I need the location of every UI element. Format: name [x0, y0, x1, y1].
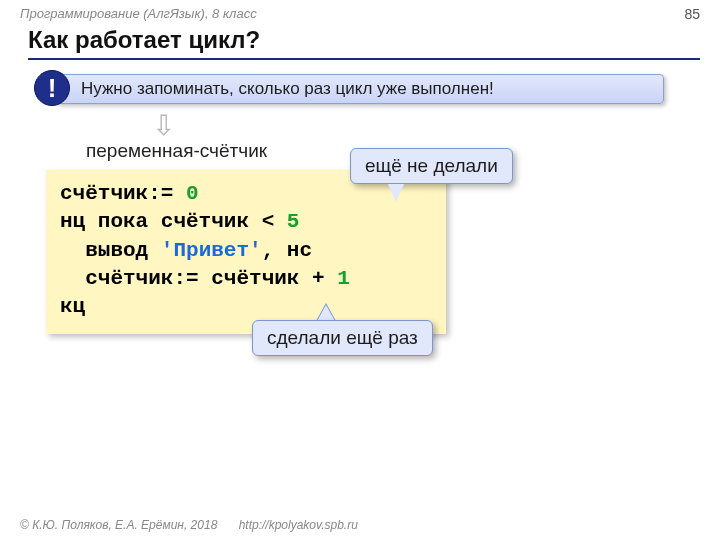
footer-url: http://kpolyakov.spb.ru [239, 518, 358, 532]
down-arrow-icon: ⇩ [152, 112, 175, 140]
course-meta: Программирование (АлгЯзык), 8 класс [20, 6, 257, 21]
footer: © К.Ю. Поляков, Е.А. Ерёмин, 2018 http:/… [20, 518, 358, 532]
code-line-2a: нц пока счётчик < [60, 210, 287, 233]
code-line-1a: счётчик:= [60, 182, 186, 205]
callout-not-done: ещё не делали [350, 148, 513, 184]
alert-badge-icon: ! [34, 70, 70, 106]
code-line-3b: , нс [262, 239, 312, 262]
page-number: 85 [684, 6, 700, 22]
footer-authors: © К.Ю. Поляков, Е.А. Ерёмин, 2018 [20, 518, 217, 532]
alert-text: Нужно запоминать, сколько раз цикл уже в… [56, 74, 664, 104]
callout-top-tip-icon [388, 184, 404, 202]
code-line-5: кц [60, 295, 85, 318]
code-line-2-num: 5 [287, 210, 300, 233]
code-line-3-str: 'Привет' [161, 239, 262, 262]
code-line-1-num: 0 [186, 182, 199, 205]
callout-bot-tip-icon [317, 305, 335, 321]
code-line-3a: вывод [60, 239, 161, 262]
counter-variable-label: переменная-счётчик [86, 140, 267, 162]
alert-row: ! Нужно запоминать, сколько раз цикл уже… [34, 72, 664, 108]
page-title: Как работает цикл? [28, 26, 700, 60]
code-line-4-num: 1 [337, 267, 350, 290]
callout-done-once-more: сделали ещё раз [252, 320, 433, 356]
code-line-4a: счётчик:= счётчик + [60, 267, 337, 290]
code-block: счётчик:= 0 нц пока счётчик < 5 вывод 'П… [46, 170, 446, 334]
